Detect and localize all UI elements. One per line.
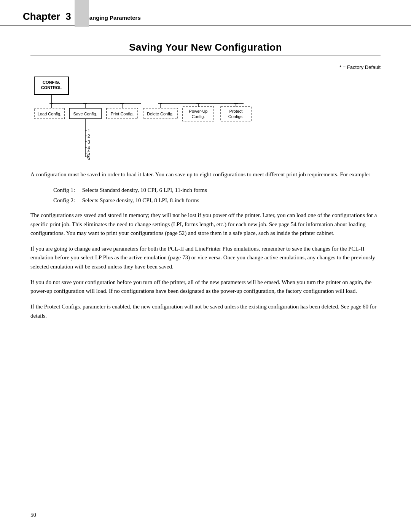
config1-label: Config 1: (53, 186, 81, 195)
svg-text:Power-Up: Power-Up (189, 109, 208, 113)
page-number: 50 (30, 512, 36, 518)
config2-text: Selects Sparse density, 10 CPI, 8 LPI, 8… (82, 197, 199, 203)
body-paragraph-3: If you are going to change and save para… (30, 244, 381, 271)
body-paragraph-4: If you do not save your configuration be… (30, 278, 381, 296)
svg-text:Delete Config.: Delete Config. (147, 112, 174, 116)
svg-text:3: 3 (88, 139, 90, 145)
svg-text:Protect: Protect (229, 109, 243, 113)
config1-text: Selects Standard density, 10 CPI, 6 LPI,… (82, 187, 207, 193)
body-paragraph-5: If the Protect Configs. parameter is ena… (30, 302, 381, 320)
header-chapter-num: 3 (65, 11, 71, 22)
body-paragraph-1: A configuration must be saved in order t… (30, 170, 381, 179)
svg-text:Configs.: Configs. (228, 114, 244, 119)
svg-text:2: 2 (88, 134, 90, 139)
page-header: Chapter 3 Changing Parameters (0, 0, 411, 26)
chapter-tab (75, 0, 89, 27)
svg-text:CONFIG.: CONFIG. (43, 80, 60, 85)
diagram-area: CONFIG. CONTROL Load Config. Save Config… (30, 73, 381, 160)
config-diagram: CONFIG. CONTROL Load Config. Save Config… (30, 73, 381, 161)
page-content: Saving Your New Configuration * = Factor… (0, 26, 411, 342)
config-example-1: Config 1: Selects Standard density, 10 C… (53, 186, 381, 195)
config-example-2: Config 2: Selects Sparse density, 10 CPI… (53, 196, 381, 205)
svg-text:CONTROL: CONTROL (41, 85, 62, 90)
factory-default-note: * = Factory Default (30, 64, 381, 70)
svg-text:1: 1 (88, 128, 90, 133)
header-chapter-label: Chapter (23, 11, 60, 22)
svg-text:Load Config.: Load Config. (38, 112, 61, 116)
body-paragraph-2: The configurations are saved and stored … (30, 211, 381, 238)
svg-text:Config.: Config. (192, 114, 205, 119)
svg-text:Print Config.: Print Config. (111, 112, 134, 116)
header-section-title: Changing Parameters (82, 14, 141, 22)
page-title: Saving Your New Configuration (30, 42, 381, 53)
svg-text:Save Config.: Save Config. (73, 112, 97, 116)
title-underline (30, 56, 381, 56)
config2-label: Config 2: (53, 196, 81, 205)
